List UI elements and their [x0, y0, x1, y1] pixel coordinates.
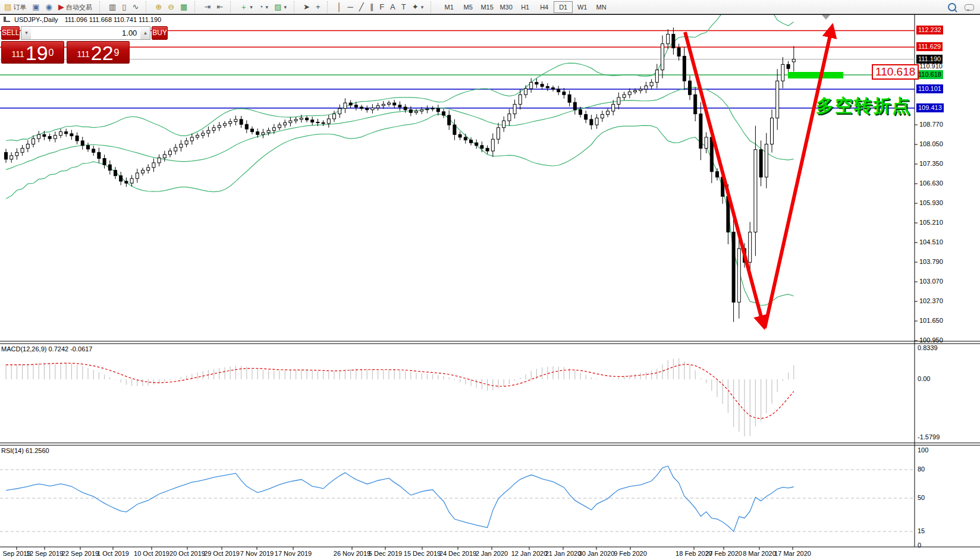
sell-button[interactable]: SELL — [1, 26, 20, 40]
date-tick: 5 Dec 2019 — [369, 550, 402, 557]
indicator-tick-0: 0 — [918, 542, 921, 549]
macd-label: MACD(12,26,9) 0.7242 -0.0617 — [1, 345, 92, 353]
date-tick: 24 Dec 2019 — [439, 550, 476, 557]
buy-price-button[interactable]: 111 22 9 — [67, 41, 130, 64]
chart-canvas[interactable] — [0, 0, 980, 560]
date-tick: 8 Mar 2020 — [743, 550, 776, 557]
sell-price-big: 19 — [26, 44, 48, 62]
volume-stepper: ▼ ▲ — [21, 26, 150, 40]
chart-symbol-period: USDJPY-,Daily — [14, 16, 58, 23]
date-tick: 27 Feb 2020 — [705, 550, 742, 557]
mt4-terminal: ▤订单▣◉▶自动交易▥▯∿⊕⊖▦⇥⇤＋▾◔▾▨▾➤+│─╱∥FAT✦▾M1M5M… — [0, 0, 980, 560]
volume-decrease-button[interactable]: ▼ — [21, 27, 31, 39]
sell-price-int: 111 — [11, 46, 24, 62]
chart-shift-marker-icon[interactable] — [822, 15, 830, 20]
date-tick: 9 Feb 2020 — [614, 550, 647, 557]
indicator-tick--1.5799: -1.5799 — [918, 433, 940, 441]
price-tick-105.930: 105.930 — [919, 199, 943, 207]
date-tick: 12 Sep 2019 — [26, 550, 63, 557]
indicator-tick-15: 15 — [918, 527, 925, 534]
volume-increase-button[interactable]: ▲ — [140, 27, 150, 39]
price-tick-106.630: 106.630 — [919, 180, 943, 187]
price-tick-108.770: 108.770 — [919, 121, 943, 128]
date-tick: 26 Nov 2019 — [334, 550, 370, 557]
date-tick: 15 Dec 2019 — [404, 550, 441, 557]
indicator-tick-100: 100 — [918, 446, 928, 454]
price-tick-103.790: 103.790 — [919, 258, 943, 266]
price-tick-110.910: 110.910 — [919, 62, 943, 70]
date-tick: 22 Sep 2019 — [62, 550, 99, 557]
buy-price-big: 22 — [91, 44, 114, 62]
price-badge-112.232: 112.232 — [916, 26, 943, 34]
indicator-tick-50: 50 — [918, 494, 925, 501]
buy-price-int: 111 — [77, 46, 89, 62]
price-badge-111.629: 111.629 — [916, 42, 943, 51]
buy-button[interactable]: BUY — [152, 26, 168, 40]
turning-point-annotation: 多空转折点 — [816, 94, 911, 118]
date-tick: 17 Mar 2020 — [774, 550, 811, 557]
indicator-tick-80: 80 — [918, 465, 925, 473]
chart-title: USDJPY-,Daily 111.096 111.668 110.741 11… — [4, 16, 161, 23]
date-tick: 12 Jan 2020 — [511, 550, 548, 557]
price-tick-100.950: 100.950 — [919, 336, 943, 344]
date-tick: 10 Oct 2019 — [134, 550, 169, 557]
indicator-tick-0.00: 0.00 — [918, 375, 930, 382]
price-tick-101.650: 101.650 — [919, 317, 943, 325]
buy-price-sup: 9 — [114, 42, 120, 64]
rsi-label: RSI(14) 61.2560 — [1, 447, 49, 454]
price-level-tag: 110.618 — [872, 64, 919, 80]
date-tick: 21 Jan 2020 — [545, 550, 582, 557]
price-badge-110.101: 110.101 — [916, 84, 943, 93]
one-click-trading-panel: SELL ▼ ▲ BUY 111 19 0 111 22 9 — [1, 26, 130, 64]
price-tick-102.370: 102.370 — [919, 297, 943, 305]
chart-window-icon — [4, 17, 10, 22]
date-tick: 7 Nov 2019 — [240, 550, 274, 557]
sell-price-sup: 0 — [49, 42, 54, 64]
price-badge-110.618: 110.618 — [916, 70, 943, 79]
date-tick: 17 Nov 2019 — [275, 550, 312, 557]
date-tick: 29 Oct 2019 — [204, 550, 240, 557]
sell-price-button[interactable]: 111 19 0 — [1, 41, 64, 64]
date-tick: 20 Oct 2019 — [169, 550, 205, 557]
date-tick: 30 Jan 2020 — [579, 550, 615, 557]
price-tick-105.210: 105.210 — [919, 219, 943, 226]
chart-ohlc-values: 111.096 111.668 110.741 111.190 — [65, 16, 162, 23]
price-badge-109.413: 109.413 — [916, 103, 944, 112]
price-tick-107.350: 107.350 — [919, 160, 943, 168]
price-tick-104.510: 104.510 — [919, 238, 943, 246]
volume-input[interactable] — [31, 27, 140, 39]
price-tick-103.070: 103.070 — [919, 278, 943, 285]
price-tick-108.050: 108.050 — [919, 140, 943, 148]
date-tick: 1 Oct 2019 — [97, 550, 129, 557]
date-tick: 2 Jan 2020 — [476, 550, 508, 557]
indicator-tick-0.8339: 0.8339 — [918, 344, 938, 351]
